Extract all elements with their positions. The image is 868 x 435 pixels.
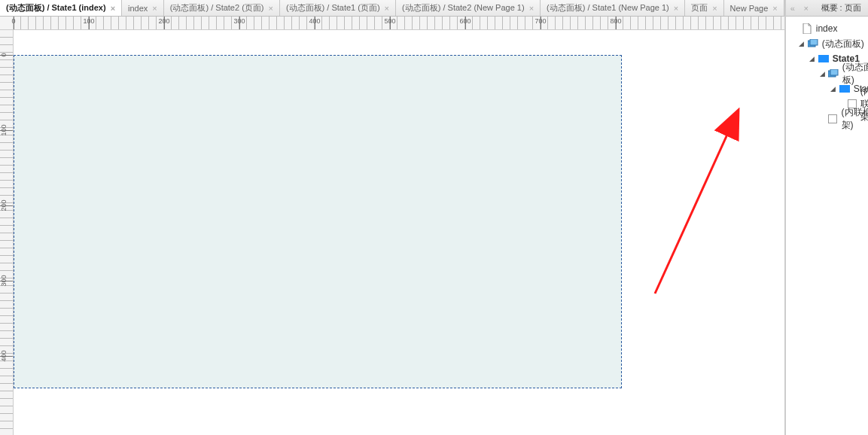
tree-row[interactable]: ◢index — [786, 21, 868, 36]
close-icon[interactable]: × — [385, 4, 389, 13]
panel-header: « × 概要 : 页面 ▾ — [786, 0, 868, 17]
tab-0[interactable]: (动态面板) / State1 (index)× — [0, 0, 122, 16]
close-icon[interactable]: × — [111, 4, 115, 13]
svg-rect-7 — [829, 115, 837, 123]
tab-6[interactable]: 页面× — [685, 0, 723, 16]
horizontal-ruler: 0100200300400500600700800 — [14, 17, 784, 30]
panel-close-icon[interactable]: × — [799, 4, 813, 13]
state-icon — [818, 53, 829, 64]
tab-label: (动态面板) / State1 (页面) — [286, 2, 380, 14]
tab-label: (动态面板) / State2 (New Page 1) — [402, 2, 525, 14]
tree-label: (内联框架) — [842, 106, 868, 132]
tree-label: index — [816, 23, 838, 34]
page-icon — [802, 23, 812, 34]
ruler-tick-label: 500 — [384, 17, 395, 25]
ruler-tick-label: 300 — [0, 275, 13, 286]
close-icon[interactable]: × — [674, 4, 678, 13]
tree-arrow-spacer: ◢ — [792, 25, 799, 32]
tab-label: index — [128, 4, 148, 13]
panel-title: 概要 : 页面 — [813, 2, 868, 14]
dpanel-icon — [828, 68, 839, 79]
ruler-tick-label: 400 — [0, 350, 13, 361]
tab-label: New Page — [730, 4, 769, 13]
tab-4[interactable]: (动态面板) / State2 (New Page 1)× — [396, 0, 541, 16]
outline-panel: « × 概要 : 页面 ▾ ◢index◢(动态面板)◢State1◢(动态面板… — [785, 0, 868, 435]
ruler-tick-label: 300 — [233, 17, 245, 25]
svg-rect-5 — [839, 85, 850, 93]
canvas-inner — [14, 30, 646, 414]
svg-rect-4 — [830, 69, 838, 75]
close-icon[interactable]: × — [772, 4, 777, 13]
tree-row[interactable]: ◢State2 — [786, 81, 868, 96]
tree-row[interactable]: ◢(动态面板) — [786, 66, 868, 81]
ruler-tick-label: 200 — [158, 17, 169, 25]
close-icon[interactable]: × — [529, 4, 534, 13]
tab-label: 页面 — [691, 2, 708, 14]
dpanel-icon — [808, 38, 818, 49]
nav-back-icon[interactable]: « — [786, 4, 799, 13]
tab-5[interactable]: (动态面板) / State1 (New Page 1)× — [541, 0, 685, 16]
tree-label: (动态面板) — [822, 38, 864, 50]
svg-rect-2 — [818, 55, 829, 62]
close-icon[interactable]: × — [712, 4, 717, 13]
ruler-tick-label: 600 — [459, 17, 471, 25]
tree-expand-icon[interactable]: ◢ — [830, 85, 837, 93]
tab-7[interactable]: New Page× — [724, 0, 784, 16]
close-icon[interactable]: × — [268, 4, 273, 13]
tree-expand-icon[interactable]: ◢ — [798, 40, 806, 47]
ruler-tick-label: 400 — [309, 17, 320, 25]
tree-expand-icon[interactable]: ◢ — [809, 55, 816, 62]
ruler-tick-label: 0 — [0, 53, 13, 56]
close-icon[interactable]: × — [152, 4, 157, 13]
ruler-tick-label: 700 — [535, 17, 546, 25]
editor-pane: (动态面板) / State1 (index)×index×(动态面板) / S… — [0, 0, 785, 435]
tree-label: (动态面板) — [842, 61, 868, 87]
tree-expand-icon[interactable]: ◢ — [819, 70, 826, 78]
tab-label: (动态面板) / State1 (index) — [6, 2, 106, 14]
tab-bar: (动态面板) / State1 (index)×index×(动态面板) / S… — [0, 0, 784, 17]
tree-arrow-spacer: ◢ — [819, 115, 826, 123]
svg-rect-1 — [810, 39, 818, 45]
ruler-tick-label: 100 — [0, 124, 13, 135]
ruler-tick-label: 200 — [0, 199, 13, 211]
tab-3[interactable]: (动态面板) / State1 (页面)× — [280, 0, 396, 16]
tab-label: (动态面板) / State2 (页面) — [170, 2, 264, 14]
design-surface[interactable] — [14, 55, 622, 388]
outline-tree: ◢index◢(动态面板)◢State1◢(动态面板)◢State2◢(内联框架… — [786, 17, 868, 435]
ruler-tick-label: 0 — [11, 17, 15, 25]
tree-row[interactable]: ◢(动态面板) — [786, 36, 868, 51]
ruler-tick-label: 800 — [610, 17, 621, 25]
ruler-tick-label: 100 — [83, 17, 94, 25]
canvas-scroll[interactable] — [14, 30, 784, 435]
tab-1[interactable]: index× — [122, 0, 164, 16]
tab-2[interactable]: (动态面板) / State2 (页面)× — [164, 0, 280, 16]
iframe-icon — [828, 114, 838, 124]
state-icon — [839, 84, 850, 94]
vertical-ruler: 0100200300400 — [0, 30, 14, 435]
tree-row[interactable]: ◢(内联框架) — [786, 111, 868, 126]
tab-label: (动态面板) / State1 (New Page 1) — [547, 2, 669, 14]
editor-area: 0100200300400500600700800 0100200300400 — [0, 17, 784, 435]
